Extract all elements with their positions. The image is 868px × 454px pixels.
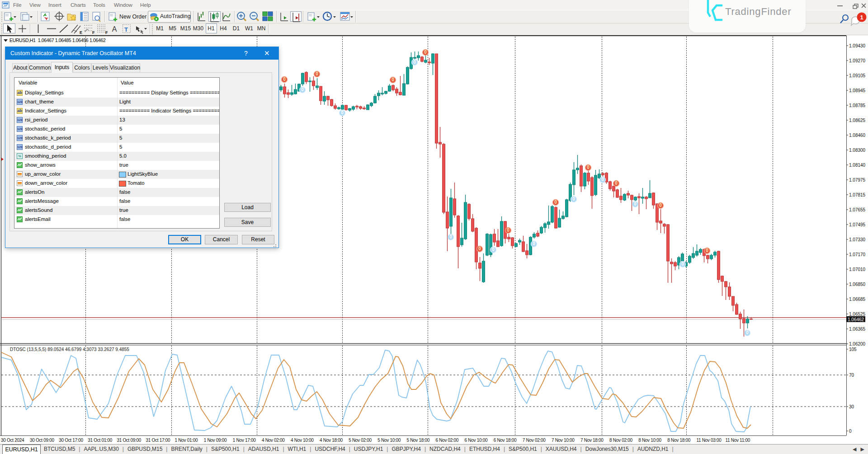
svg-text:30: 30 xyxy=(849,404,854,409)
svg-text:0: 0 xyxy=(849,429,852,434)
svg-text:105: 105 xyxy=(849,347,857,352)
svg-text:TradingFinder: TradingFinder xyxy=(725,6,792,17)
svg-text:70: 70 xyxy=(849,373,854,378)
svg-text:1: 1 xyxy=(860,14,863,21)
svg-text:DTOSC (13,5,5,5) 89.0524 46.67: DTOSC (13,5,5,5) 89.0524 46.6799 4.3073 … xyxy=(10,347,129,352)
